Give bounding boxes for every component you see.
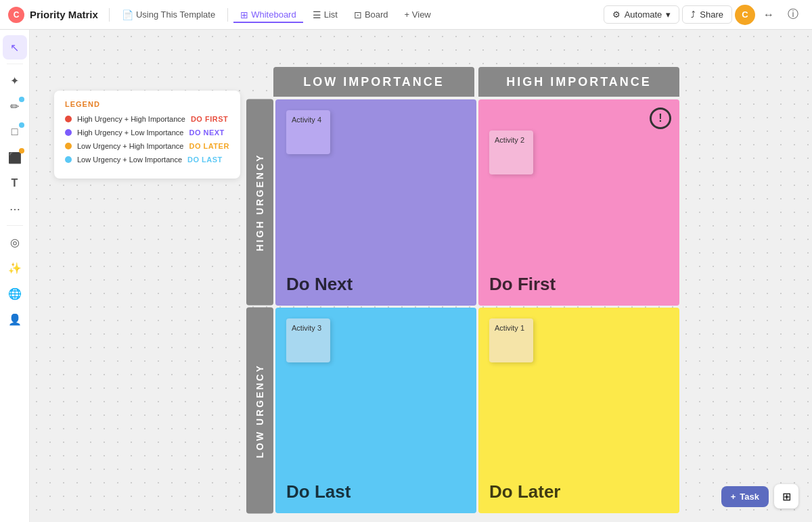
brush-icon: ⋯ xyxy=(9,203,20,216)
column-headers: LOW IMPORTANCE HIGH IMPORTANCE xyxy=(273,67,679,97)
legend-tag-do-last: DO LAST xyxy=(187,156,223,164)
legend-item-do-later: Low Urgency + High Importance DO LATER xyxy=(65,142,229,150)
do-last-label: Do Last xyxy=(286,481,351,502)
info-button[interactable]: ⓘ xyxy=(782,4,804,26)
brush-tool[interactable]: ⋯ xyxy=(3,197,27,221)
share-icon: ⤴ xyxy=(691,9,696,20)
cell-do-first[interactable]: ! Activity 2 Do First xyxy=(478,99,679,306)
tab-whiteboard[interactable]: ⊞ Whiteboard xyxy=(233,7,302,23)
add-task-button[interactable]: + Task xyxy=(721,486,769,507)
cursor-tool[interactable]: ↖ xyxy=(3,35,27,60)
app-title: Priority Matrix xyxy=(30,9,98,20)
globe-tool[interactable]: 🌐 xyxy=(3,281,27,306)
share-label: Share xyxy=(700,9,723,20)
fit-view-icon: ↔ xyxy=(763,9,774,21)
people-icon: 👤 xyxy=(8,313,22,326)
list-label: List xyxy=(324,9,338,20)
matrix-body: HIGH URGENCY LOW URGENCY Activity 4 Do N… xyxy=(246,99,679,513)
row-label-low-urgency: LOW URGENCY xyxy=(246,308,273,514)
activity2-label: Activity 2 xyxy=(495,136,524,144)
legend-tag-do-next: DO NEXT xyxy=(189,128,224,137)
ai-icon: ✦ xyxy=(10,74,19,87)
activity3-label: Activity 3 xyxy=(292,324,321,332)
add-task-label: Task xyxy=(740,492,759,502)
user-avatar[interactable]: C xyxy=(735,5,755,25)
legend-label-do-later: Low Urgency + High Importance xyxy=(77,142,183,150)
top-navigation: C Priority Matrix 📄 Using This Template … xyxy=(0,0,812,30)
fit-view-button[interactable]: ↔ xyxy=(758,4,780,26)
ai-tool[interactable]: ✦ xyxy=(3,68,27,93)
canvas[interactable]: LEGEND High Urgency + High Importance DO… xyxy=(30,30,812,522)
tab-board[interactable]: ⊡ Board xyxy=(347,7,395,23)
nav-divider-2 xyxy=(227,8,228,22)
activity4-label: Activity 4 xyxy=(292,116,321,124)
using-template-label: Using This Template xyxy=(136,9,215,20)
component-tool[interactable]: ◎ xyxy=(3,230,27,254)
activity2-note[interactable]: Activity 2 xyxy=(489,130,533,174)
cell-do-later[interactable]: Activity 1 Do Later xyxy=(478,308,679,514)
legend-tag-do-first: DO FIRST xyxy=(191,115,228,123)
do-first-label: Do First xyxy=(489,274,556,295)
sidebar-sep-1 xyxy=(7,64,23,64)
globe-icon: 🌐 xyxy=(8,287,22,300)
pen-dot xyxy=(19,97,24,102)
note-tool[interactable]: ⬛ xyxy=(3,145,27,170)
text-tool[interactable]: T xyxy=(3,171,27,195)
using-template-tab[interactable]: 📄 Using This Template xyxy=(115,7,222,23)
activity4-note[interactable]: Activity 4 xyxy=(286,110,330,154)
alert-icon: ! xyxy=(650,108,671,129)
automate-button[interactable]: ⚙ Automate ▾ xyxy=(604,5,680,24)
grid-view-icon: ⊞ xyxy=(782,490,791,503)
legend-panel: LEGEND High Urgency + High Importance DO… xyxy=(54,91,240,179)
people-tool[interactable]: 👤 xyxy=(3,307,27,331)
magic-icon: ✨ xyxy=(8,262,22,275)
legend-label-do-first: High Urgency + High Importance xyxy=(77,115,185,123)
nav-divider-1 xyxy=(109,8,110,22)
tab-list[interactable]: ☰ List xyxy=(306,7,344,23)
do-later-label: Do Later xyxy=(489,481,560,502)
template-icon: 📄 xyxy=(122,9,133,20)
automate-chevron-icon: ▾ xyxy=(666,9,671,20)
cell-do-next[interactable]: Activity 4 Do Next xyxy=(275,99,476,306)
add-view-label: + View xyxy=(405,9,431,20)
bottom-right-controls: + Task ⊞ xyxy=(721,484,798,508)
sidebar-sep-2 xyxy=(7,225,23,226)
legend-item-do-first: High Urgency + High Importance DO FIRST xyxy=(65,115,229,123)
component-icon: ◎ xyxy=(10,236,20,249)
col-header-low-importance: LOW IMPORTANCE xyxy=(273,67,474,97)
legend-title: LEGEND xyxy=(65,100,229,108)
automate-label: Automate xyxy=(625,9,662,20)
pen-icon: ✏ xyxy=(10,100,19,113)
legend-label-do-last: Low Urgency + Low Importance xyxy=(77,156,182,164)
whiteboard-icon: ⊞ xyxy=(240,9,248,20)
activity1-note[interactable]: Activity 1 xyxy=(489,318,533,362)
pen-tool[interactable]: ✏ xyxy=(3,94,27,118)
note-dot xyxy=(19,148,24,153)
cell-do-last[interactable]: Activity 3 Do Last xyxy=(275,308,476,514)
legend-dot-do-first xyxy=(65,116,72,122)
whiteboard-label: Whiteboard xyxy=(251,9,296,20)
share-button[interactable]: ⤴ Share xyxy=(682,5,732,24)
legend-dot-do-next xyxy=(65,129,72,136)
matrix-grid: Activity 4 Do Next ! Activity 2 Do First… xyxy=(275,99,679,513)
left-toolbar: ↖ ✦ ✏ □ ⬛ T ⋯ ◎ ✨ 🌐 👤 xyxy=(0,30,30,522)
note-icon: ⬛ xyxy=(8,151,22,164)
grid-view-button[interactable]: ⊞ xyxy=(774,484,798,508)
activity3-note[interactable]: Activity 3 xyxy=(286,318,330,362)
board-icon: ⊡ xyxy=(354,9,362,20)
col-header-high-importance: HIGH IMPORTANCE xyxy=(478,67,679,97)
legend-label-do-next: High Urgency + Low Importance xyxy=(77,128,183,137)
board-label: Board xyxy=(365,9,388,20)
tab-add-view[interactable]: + View xyxy=(398,7,438,22)
legend-item-do-last: Low Urgency + Low Importance DO LAST xyxy=(65,156,229,164)
info-icon: ⓘ xyxy=(788,7,798,22)
cursor-icon: ↖ xyxy=(10,41,19,54)
shape-dot xyxy=(19,122,24,128)
do-next-label: Do Next xyxy=(286,274,353,295)
row-label-high-urgency: HIGH URGENCY xyxy=(246,99,273,306)
legend-dot-do-later xyxy=(65,143,72,149)
shape-icon: □ xyxy=(12,126,18,138)
shape-tool[interactable]: □ xyxy=(3,120,27,144)
priority-matrix: LOW IMPORTANCE HIGH IMPORTANCE HIGH URGE… xyxy=(246,67,679,513)
magic-tool[interactable]: ✨ xyxy=(3,256,27,280)
